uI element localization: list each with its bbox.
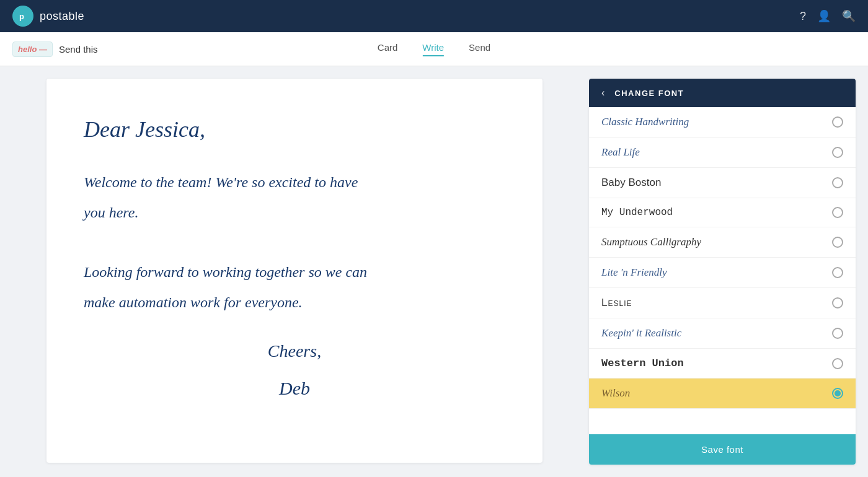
letter-closing: Cheers, bbox=[84, 336, 505, 367]
font-name-wilson: Wilson bbox=[601, 387, 630, 400]
font-radio-my-underwood[interactable] bbox=[832, 207, 843, 218]
letter-card: Dear Jessica, Welcome to the team! We're… bbox=[46, 79, 542, 463]
nav-icons: ? 👤 🔍 bbox=[800, 9, 856, 23]
font-item-leslie[interactable]: Leslie bbox=[589, 288, 856, 318]
font-name-sumptuous: Sumptuous Calligraphy bbox=[601, 236, 701, 248]
font-name-my-underwood: My Underwood bbox=[601, 207, 673, 218]
sub-nav-tabs: Card Write Send bbox=[378, 42, 490, 56]
font-radio-classic[interactable] bbox=[832, 116, 843, 128]
font-item-baby-boston[interactable]: Baby Boston bbox=[589, 168, 856, 198]
user-icon[interactable]: 👤 bbox=[817, 9, 831, 23]
hello-badge: hello — bbox=[12, 42, 53, 57]
font-name-classic: Classic Handwriting bbox=[601, 116, 689, 128]
font-radio-wilson[interactable] bbox=[832, 388, 843, 399]
svg-text:p: p bbox=[19, 12, 24, 21]
font-item-wilson[interactable]: Wilson bbox=[589, 379, 856, 409]
send-this-label: Send this bbox=[59, 44, 98, 55]
letter-text: Dear Jessica, Welcome to the team! We're… bbox=[84, 110, 505, 405]
font-item-western-union[interactable]: Western Union bbox=[589, 349, 856, 379]
font-item-lite-friendly[interactable]: Lite 'n Friendly bbox=[589, 258, 856, 288]
back-button[interactable]: ‹ bbox=[601, 87, 604, 98]
letter-body-line-1: Welcome to the team! We're so excited to… bbox=[84, 168, 505, 197]
font-item-keepin[interactable]: Keepin' it Realistic bbox=[589, 318, 856, 349]
save-font-button[interactable]: Save font bbox=[589, 434, 856, 465]
search-icon[interactable]: 🔍 bbox=[842, 9, 856, 23]
font-name-keepin: Keepin' it Realistic bbox=[601, 327, 681, 339]
font-radio-sumptuous[interactable] bbox=[832, 237, 843, 248]
font-radio-keepin[interactable] bbox=[832, 328, 843, 339]
letter-body-line-2: you here. bbox=[84, 199, 505, 227]
tab-send[interactable]: Send bbox=[469, 42, 490, 56]
font-name-leslie: Leslie bbox=[601, 297, 632, 309]
font-panel-header: ‹ CHANGE FONT bbox=[589, 79, 856, 107]
letter-body-line-3: Looking forward to working together so w… bbox=[84, 258, 505, 287]
font-radio-western-union[interactable] bbox=[832, 358, 843, 369]
help-icon[interactable]: ? bbox=[800, 10, 806, 23]
font-list: Classic Handwriting Real Life Baby Bosto… bbox=[589, 107, 856, 434]
font-name-lite-friendly: Lite 'n Friendly bbox=[601, 266, 667, 279]
font-radio-leslie[interactable] bbox=[832, 297, 843, 309]
letter-signature: Deb bbox=[84, 372, 505, 405]
logo: p postable bbox=[12, 6, 84, 27]
tab-card[interactable]: Card bbox=[378, 42, 398, 56]
tab-write[interactable]: Write bbox=[422, 42, 444, 56]
font-item-my-underwood[interactable]: My Underwood bbox=[589, 198, 856, 227]
letter-body: Welcome to the team! We're so excited to… bbox=[84, 168, 505, 317]
font-name-baby-boston: Baby Boston bbox=[601, 177, 661, 189]
font-name-real-life: Real Life bbox=[601, 146, 640, 159]
letter-greeting: Dear Jessica, bbox=[84, 110, 505, 150]
font-item-sumptuous[interactable]: Sumptuous Calligraphy bbox=[589, 227, 856, 258]
logo-icon: p bbox=[12, 6, 33, 27]
top-nav: p postable ? 👤 🔍 bbox=[0, 0, 868, 32]
font-radio-real-life[interactable] bbox=[832, 147, 843, 158]
font-radio-lite-friendly[interactable] bbox=[832, 267, 843, 278]
main-content: Dear Jessica, Welcome to the team! We're… bbox=[0, 66, 868, 477]
font-item-classic[interactable]: Classic Handwriting bbox=[589, 107, 856, 138]
card-area: Dear Jessica, Welcome to the team! We're… bbox=[12, 79, 577, 465]
sub-header: hello — Send this Card Write Send bbox=[0, 32, 868, 66]
font-name-western-union: Western Union bbox=[601, 357, 684, 369]
logo-text: postable bbox=[40, 10, 84, 23]
font-item-real-life[interactable]: Real Life bbox=[589, 138, 856, 168]
font-radio-baby-boston[interactable] bbox=[832, 177, 843, 188]
letter-body-line-4: make automation work for everyone. bbox=[84, 289, 505, 317]
font-panel-title: CHANGE FONT bbox=[614, 89, 684, 98]
font-panel: ‹ CHANGE FONT Classic Handwriting Real L… bbox=[589, 79, 856, 465]
